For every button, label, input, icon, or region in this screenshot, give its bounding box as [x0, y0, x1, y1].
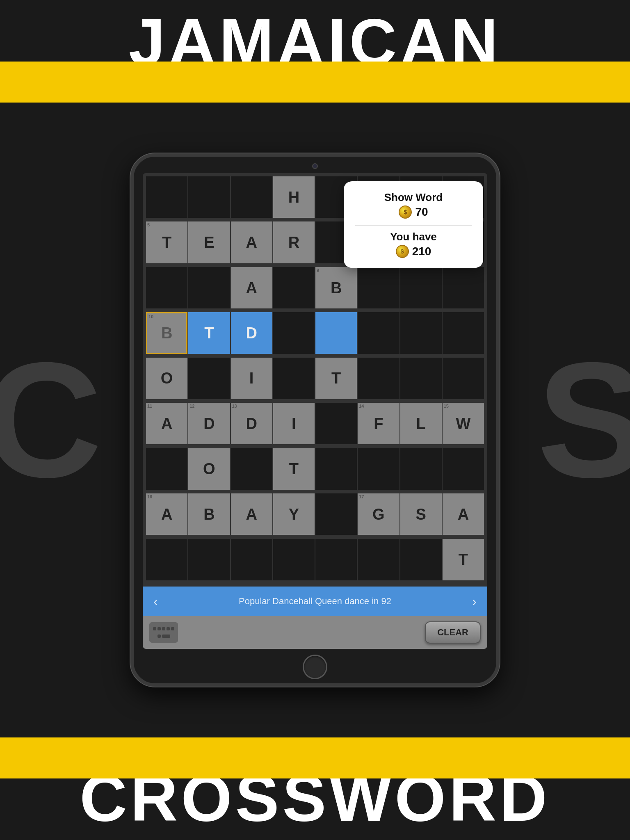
cell-r3c3[interactable]: A: [231, 267, 272, 308]
letter-r8c4: Y: [289, 507, 299, 522]
cell-r7c2[interactable]: O: [188, 448, 230, 490]
cell-r7c4[interactable]: T: [273, 448, 315, 490]
letter-r8c7: S: [415, 507, 426, 522]
cell-r8c4[interactable]: Y: [273, 493, 315, 535]
cell-r3c5[interactable]: 9 B: [315, 267, 357, 308]
cell-r1c4[interactable]: H: [273, 176, 315, 218]
letter-r8c8: A: [458, 507, 469, 522]
cell-r2c3[interactable]: A: [231, 221, 272, 263]
cell-r3c7[interactable]: [400, 267, 442, 308]
cell-r5c1[interactable]: O: [146, 358, 187, 399]
cell-r4c7[interactable]: [400, 312, 442, 354]
cell-r5c5[interactable]: T: [315, 358, 357, 399]
key-dot-wide: [162, 635, 170, 638]
key-dot-5: [171, 627, 174, 630]
letter-r7c2: O: [203, 461, 215, 477]
cell-r4c5[interactable]: [315, 312, 357, 354]
cell-r2c4[interactable]: R: [273, 221, 315, 263]
cell-r7c5[interactable]: [315, 448, 357, 490]
cell-r5c3[interactable]: I: [231, 358, 272, 399]
letter-r4c2: T: [204, 325, 214, 341]
cell-r6c1[interactable]: 11 A: [146, 403, 187, 444]
cell-r8c2[interactable]: B: [188, 493, 230, 535]
cell-r4c3[interactable]: D: [231, 312, 272, 354]
prev-clue-button[interactable]: ‹: [149, 594, 162, 609]
cell-r3c6[interactable]: [358, 267, 399, 308]
cell-r4c8[interactable]: [443, 312, 484, 354]
cell-r6c5[interactable]: [315, 403, 357, 444]
cell-r3c1[interactable]: [146, 267, 187, 308]
letter-r8c6: G: [372, 507, 385, 522]
yellow-stripe-top: [0, 62, 630, 103]
cell-r8c1[interactable]: 16 A: [146, 493, 187, 535]
show-word-cost: 70: [415, 205, 428, 219]
cell-r5c7[interactable]: [400, 358, 442, 399]
cell-r3c8[interactable]: [443, 267, 484, 308]
next-clue-button[interactable]: ›: [468, 594, 481, 609]
cell-r6c6[interactable]: 14 F: [358, 403, 399, 444]
show-word-popup: Show Word 70 You have 210: [344, 181, 483, 268]
cell-r8c3[interactable]: A: [231, 493, 272, 535]
cell-r7c8[interactable]: [443, 448, 484, 490]
cell-r9c5[interactable]: [315, 539, 357, 580]
letter-r2c2: E: [204, 235, 214, 250]
you-have-title: You have: [355, 231, 472, 243]
cell-r4c4[interactable]: [273, 312, 315, 354]
cell-r5c6[interactable]: [358, 358, 399, 399]
letter-r7c4: T: [289, 461, 299, 477]
letter-r3c3: A: [246, 280, 257, 296]
letter-r6c4: I: [292, 416, 296, 431]
cell-r8c8[interactable]: A: [443, 493, 484, 535]
number-r6c3: 13: [232, 404, 237, 409]
cell-r6c8[interactable]: 15 W: [443, 403, 484, 444]
cell-r8c5[interactable]: [315, 493, 357, 535]
cell-r9c7[interactable]: [400, 539, 442, 580]
cell-r1c1[interactable]: [146, 176, 187, 218]
number-r3c5: 9: [317, 268, 319, 273]
cell-r5c8[interactable]: [443, 358, 484, 399]
letter-r1c4: H: [288, 189, 299, 205]
cell-r9c4[interactable]: [273, 539, 315, 580]
device-screen: Show Word 70 You have 210: [143, 173, 487, 649]
letter-r2c4: R: [288, 235, 299, 250]
cell-r7c1[interactable]: [146, 448, 187, 490]
cell-r1c2[interactable]: [188, 176, 230, 218]
cell-r4c6[interactable]: [358, 312, 399, 354]
cell-r9c6[interactable]: [358, 539, 399, 580]
cell-r9c8[interactable]: T: [443, 539, 484, 580]
cell-r7c7[interactable]: [400, 448, 442, 490]
cell-r7c3[interactable]: [231, 448, 272, 490]
cell-r3c4[interactable]: [273, 267, 315, 308]
cell-r5c4[interactable]: [273, 358, 315, 399]
cell-r9c3[interactable]: [231, 539, 272, 580]
cell-r2c2[interactable]: E: [188, 221, 230, 263]
cell-r4c1[interactable]: 10 B: [146, 312, 187, 354]
cell-r9c1[interactable]: [146, 539, 187, 580]
home-button[interactable]: [303, 655, 327, 679]
cell-r4c2[interactable]: T: [188, 312, 230, 354]
cell-r5c2[interactable]: [188, 358, 230, 399]
key-dot-2: [158, 627, 161, 630]
cell-r8c6[interactable]: 17 G: [358, 493, 399, 535]
cell-r1c3[interactable]: [231, 176, 272, 218]
cell-r6c4[interactable]: I: [273, 403, 315, 444]
number-r4c1: 10: [148, 314, 153, 319]
keyboard-toggle-button[interactable]: [149, 622, 178, 643]
number-r6c2: 12: [189, 404, 194, 409]
number-r8c1: 16: [147, 494, 152, 499]
letter-r5c3: I: [249, 370, 254, 386]
key-dot-6: [158, 635, 161, 638]
cell-r2c1[interactable]: 5 T: [146, 221, 187, 263]
cell-r8c7[interactable]: S: [400, 493, 442, 535]
cell-r3c2[interactable]: [188, 267, 230, 308]
cell-r9c2[interactable]: [188, 539, 230, 580]
grid-area: Show Word 70 You have 210: [143, 173, 487, 587]
clear-button[interactable]: CLEAR: [425, 621, 481, 644]
cell-r7c6[interactable]: [358, 448, 399, 490]
letter-r6c8: W: [456, 416, 470, 431]
cell-r6c7[interactable]: L: [400, 403, 442, 444]
cell-r6c3[interactable]: 13 D: [231, 403, 272, 444]
letter-r9c8: T: [459, 552, 468, 567]
cell-r6c2[interactable]: 12 D: [188, 403, 230, 444]
device-frame: Show Word 70 You have 210: [130, 153, 500, 687]
